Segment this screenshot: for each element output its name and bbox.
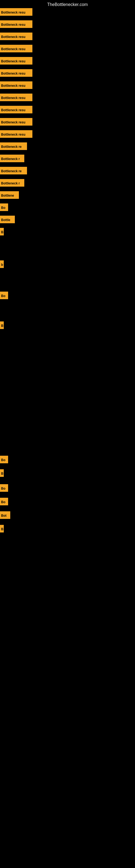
bottleneck-result-item[interactable]: Bo (0, 291, 8, 299)
bottleneck-result-item[interactable]: Bottleneck resu (0, 118, 32, 126)
bottleneck-result-item[interactable]: Bottleneck re (0, 143, 27, 150)
bottleneck-result-item[interactable]: B (0, 321, 4, 329)
bottleneck-result-item[interactable]: Bottle (0, 216, 15, 223)
bottleneck-result-item[interactable]: b (0, 260, 4, 268)
bottleneck-result-item[interactable]: Bottleneck resu (0, 94, 32, 101)
bottleneck-result-item[interactable]: B (0, 228, 4, 236)
bottleneck-result-item[interactable]: Bottleneck re (0, 167, 27, 175)
bottleneck-result-item[interactable]: Bo (0, 456, 8, 463)
bottleneck-result-item[interactable]: Bottleneck resu (0, 82, 32, 89)
bottleneck-result-item[interactable]: Bottlene (0, 191, 19, 199)
bottleneck-result-item[interactable]: Bottleneck resu (0, 33, 32, 40)
bottleneck-result-item[interactable]: Bottleneck resu (0, 130, 32, 138)
bottleneck-result-item[interactable]: Bottleneck resu (0, 20, 32, 28)
bottleneck-result-item[interactable]: Bottleneck r (0, 155, 24, 162)
bottleneck-result-item[interactable]: Bottleneck r (0, 179, 24, 187)
bottleneck-result-item[interactable]: B (0, 525, 4, 532)
site-title: TheBottlenecker.com (0, 0, 135, 9)
bottleneck-result-item[interactable]: Bottleneck resu (0, 57, 32, 65)
bottleneck-result-item[interactable]: Bottleneck resu (0, 8, 32, 16)
bottleneck-result-item[interactable]: Bottleneck resu (0, 106, 32, 113)
bottleneck-result-item[interactable]: Bottleneck resu (0, 69, 32, 77)
bottleneck-result-item[interactable]: Bot (0, 511, 10, 519)
bottleneck-result-item[interactable]: Bo (0, 204, 8, 211)
bottleneck-result-item[interactable]: Bo (0, 484, 8, 492)
bottleneck-result-item[interactable]: Bo (0, 498, 8, 505)
bottleneck-result-item[interactable]: B (0, 469, 4, 477)
bottleneck-result-item[interactable]: Bottleneck resu (0, 45, 32, 52)
